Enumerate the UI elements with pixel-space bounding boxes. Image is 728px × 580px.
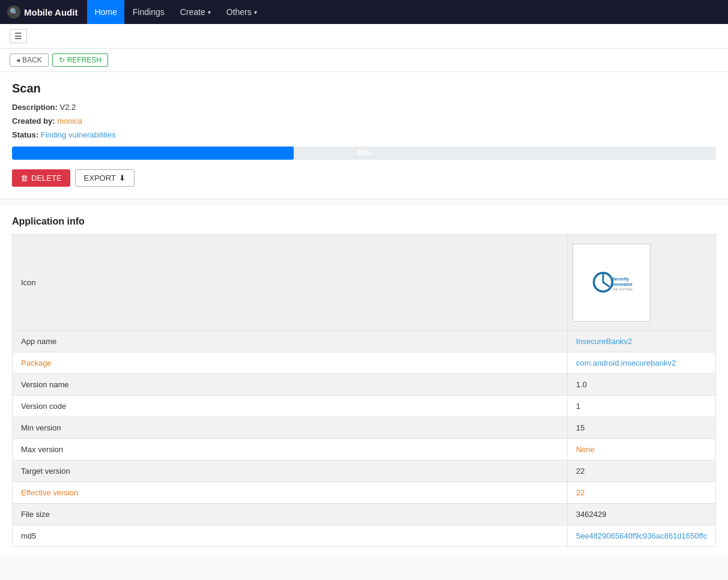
row-label: Effective version bbox=[13, 482, 568, 504]
table-row: Packagecom.android.insecurebankv2 bbox=[13, 352, 716, 374]
created-by-value: monica bbox=[57, 116, 82, 125]
table-row: Icon Security Innovation THE SOFTWARE SE… bbox=[13, 235, 716, 331]
row-value: Security Innovation THE SOFTWARE SECURIT… bbox=[567, 235, 715, 331]
description-row: Description: V2.2 bbox=[12, 103, 716, 112]
nav-items: Home Findings Create ▾ Others ▾ bbox=[87, 0, 264, 24]
svg-text:Security: Security bbox=[612, 276, 629, 281]
row-label: File size bbox=[13, 504, 568, 525]
hamburger-bar: ☰ bbox=[0, 24, 728, 49]
nav-home[interactable]: Home bbox=[87, 0, 124, 24]
brand-icon: 🔍 bbox=[7, 5, 20, 19]
description-value: V2.2 bbox=[59, 103, 76, 112]
row-label: Target version bbox=[13, 461, 568, 482]
brand-label: Mobile Audit bbox=[24, 7, 77, 17]
navbar: 🔍 Mobile Audit Home Findings Create ▾ Ot… bbox=[0, 0, 728, 24]
row-value: com.android.insecurebankv2 bbox=[567, 352, 715, 374]
description-label: Description: bbox=[12, 103, 58, 112]
progress-label: 40% bbox=[357, 148, 371, 158]
row-label: Version name bbox=[13, 374, 568, 396]
row-value: 22 bbox=[567, 482, 715, 504]
others-dropdown-arrow: ▾ bbox=[254, 9, 257, 16]
app-info-title: Application info bbox=[12, 216, 716, 227]
table-row: Target version22 bbox=[13, 461, 716, 482]
row-value: 22 bbox=[567, 461, 715, 482]
nav-others[interactable]: Others ▾ bbox=[219, 0, 264, 24]
scan-title: Scan bbox=[12, 82, 716, 95]
table-row: Min version15 bbox=[13, 417, 716, 439]
status-row: Status: Finding vulnerabilities bbox=[12, 130, 716, 139]
refresh-button[interactable]: ↻ REFRESH bbox=[52, 53, 108, 67]
progress-bar bbox=[12, 147, 294, 160]
app-icon: Security Innovation THE SOFTWARE SECURIT… bbox=[590, 261, 632, 304]
delete-icon: 🗑 bbox=[20, 174, 28, 183]
table-row: Version code1 bbox=[13, 396, 716, 417]
table-row: Version name1.0 bbox=[13, 374, 716, 396]
progress-container: 40% bbox=[12, 147, 716, 160]
nav-create[interactable]: Create ▾ bbox=[173, 0, 218, 24]
back-arrow-icon: ◂ bbox=[16, 56, 20, 64]
status-value: Finding vulnerabilities bbox=[41, 130, 116, 139]
main-panel: Scan Description: V2.2 Created by: monic… bbox=[0, 72, 728, 199]
row-value: None bbox=[567, 439, 715, 461]
table-row: App nameInsecureBankv2 bbox=[13, 331, 716, 352]
hamburger-button[interactable]: ☰ bbox=[10, 29, 27, 43]
row-label: App name bbox=[13, 331, 568, 352]
delete-button[interactable]: 🗑 DELETE bbox=[12, 169, 70, 187]
app-icon-box: Security Innovation THE SOFTWARE SECURIT… bbox=[572, 244, 651, 322]
create-dropdown-arrow: ▾ bbox=[208, 9, 211, 16]
row-value: 1.0 bbox=[567, 374, 715, 396]
table-row: File size3462429 bbox=[13, 504, 716, 525]
row-value: 5ee4829065640f9c936ac861d1650ffc bbox=[567, 525, 715, 547]
status-label: Status: bbox=[12, 130, 38, 139]
row-label: md5 bbox=[13, 525, 568, 547]
row-value: InsecureBankv2 bbox=[567, 331, 715, 352]
row-label: Icon bbox=[13, 235, 568, 331]
row-label: Version code bbox=[13, 396, 568, 417]
table-row: md55ee4829065640f9c936ac861d1650ffc bbox=[13, 525, 716, 547]
svg-text:THE SOFTWARE SECURITY COMPANY: THE SOFTWARE SECURITY COMPANY bbox=[612, 288, 632, 291]
row-label: Package bbox=[13, 352, 568, 374]
row-value: 1 bbox=[567, 396, 715, 417]
table-row: Max versionNone bbox=[13, 439, 716, 461]
svg-text:Innovation: Innovation bbox=[612, 282, 632, 286]
row-value: 15 bbox=[567, 417, 715, 439]
back-button[interactable]: ◂ BACK bbox=[10, 53, 49, 67]
nav-findings[interactable]: Findings bbox=[126, 0, 172, 24]
action-buttons: 🗑 DELETE EXPORT ⬇ bbox=[12, 169, 716, 187]
row-label: Min version bbox=[13, 417, 568, 439]
created-by-row: Created by: monica bbox=[12, 116, 716, 125]
row-label: Max version bbox=[13, 439, 568, 461]
created-by-label: Created by: bbox=[12, 116, 55, 125]
app-info-table: Icon Security Innovation THE SOFTWARE SE… bbox=[12, 234, 716, 547]
app-info-section: Application info Icon Security Innovatio… bbox=[0, 207, 728, 557]
table-row: Effective version22 bbox=[13, 482, 716, 504]
export-icon: ⬇ bbox=[119, 174, 126, 183]
row-value: 3462429 bbox=[567, 504, 715, 525]
export-button[interactable]: EXPORT ⬇ bbox=[75, 169, 135, 187]
brand[interactable]: 🔍 Mobile Audit bbox=[7, 5, 77, 19]
toolbar: ◂ BACK ↻ REFRESH bbox=[0, 49, 728, 72]
refresh-icon: ↻ bbox=[59, 56, 65, 64]
